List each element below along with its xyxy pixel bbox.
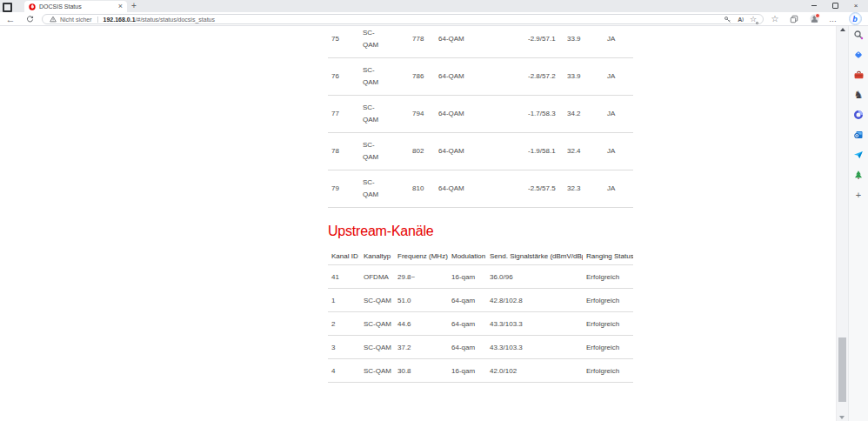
cell-text: 37.2 (397, 344, 411, 351)
cell-text: 33.9 (567, 72, 581, 80)
address-bar[interactable]: Nicht sicher 192.168.0.1 /#/status/statu… (42, 14, 764, 24)
cell-text: 64-QAM (438, 35, 464, 43)
cell-text: 42.0/102 (490, 367, 517, 375)
cell-text: SC-QAM (364, 297, 391, 304)
table-row: 4SC-QAM30.816-qam42.0/102Erfolgreich (328, 359, 633, 383)
sidebar-toolbox-icon[interactable] (852, 69, 865, 81)
sidebar-outlook-icon[interactable] (852, 129, 865, 141)
table-cell: 64-QAM (435, 133, 524, 170)
new-tab-button[interactable]: + (131, 1, 137, 11)
table-cell: 786 (409, 58, 435, 96)
sidebar-add-icon[interactable]: + (852, 189, 865, 201)
table-cell: 16-qam (448, 359, 486, 383)
table-cell: 33.9 (564, 26, 604, 58)
table-cell: 64-QAM (435, 58, 524, 96)
chess-knight-glyph: ♞ (854, 90, 864, 100)
page-scrollbar[interactable] (836, 26, 848, 421)
cell-text: Erfolgreich (586, 344, 619, 351)
table-cell: JA (604, 96, 633, 133)
cell-text: 79 (331, 184, 339, 192)
cell-text: 33.9 (567, 35, 581, 43)
cell-text: 30.8 (397, 367, 411, 375)
minimize-icon (811, 5, 817, 6)
read-aloud-wave: ) (742, 17, 744, 22)
cell-text: JA (607, 147, 615, 155)
table-cell: 32.4 (564, 133, 604, 170)
cell-text: 36.0/96 (490, 273, 513, 281)
column-header: Kanaltyp (360, 247, 394, 265)
url-host[interactable]: 192.168.0.1 (103, 17, 136, 23)
sidebar-microsoft-365-icon[interactable] (852, 109, 865, 121)
sidebar-search-icon[interactable] (852, 29, 865, 41)
cell-text: 64-QAM (438, 110, 464, 117)
read-aloud-icon[interactable]: A) (738, 17, 744, 23)
table-cell: 64-qam (448, 289, 486, 312)
tab-actions-menu-icon[interactable] (3, 3, 12, 12)
cell-text: 42.8/102.8 (490, 297, 523, 304)
navigation-bar: ← Nicht sicher 192.168.0.1 /#/status/sta… (0, 12, 868, 26)
cell-text: 64-qam (451, 297, 475, 304)
tab-close-icon[interactable]: × (118, 3, 123, 10)
table-row: 75SC-QAM77864-QAM-2.9/57.133.9JA (328, 26, 633, 58)
url-path[interactable]: /#/status/status/docsis_status (136, 17, 215, 23)
table-cell: 36.0/96 (486, 265, 583, 289)
table-cell: 77 (328, 96, 359, 133)
table-cell: Erfolgreich (583, 265, 633, 289)
cell-text: -2.8/57.2 (528, 72, 556, 80)
sidebar-drop-icon[interactable] (852, 149, 865, 161)
favorites-toolbar-icon[interactable]: ☆ (769, 12, 781, 25)
table-cell: JA (604, 170, 633, 208)
cell-text: 3 (331, 344, 335, 351)
maximize-button[interactable] (825, 0, 845, 10)
column-header: Kanal ID (328, 247, 360, 265)
cell-text: 778 (412, 35, 424, 43)
settings-menu-icon[interactable]: … (826, 12, 840, 25)
table-row: 79SC-QAM81064-QAM-2.5/57.532.3JA (328, 170, 633, 208)
sidebar-shopping-tag-icon[interactable] (852, 49, 865, 61)
profile-avatar[interactable] (807, 12, 821, 25)
table-row: 2SC-QAM44.664-qam43.3/103.3Erfolgreich (328, 312, 633, 336)
password-key-icon[interactable] (724, 16, 731, 23)
table-cell: 34.2 (564, 96, 604, 133)
scroll-up-arrow-icon[interactable] (840, 28, 845, 31)
back-button[interactable]: ← (3, 12, 17, 25)
tab-title: DOCSIS Status (39, 3, 118, 10)
table-cell: 16-qam (448, 265, 486, 289)
table-cell: Erfolgreich (583, 336, 633, 359)
favorites-star-icon[interactable]: ☆ (750, 16, 757, 23)
reload-button[interactable] (23, 12, 37, 25)
table-cell: SC-QAM (359, 58, 409, 96)
tab-strip: DOCSIS Status × + × (0, 0, 868, 12)
cell-text: Erfolgreich (586, 297, 619, 304)
bing-copilot-button[interactable]: b (847, 12, 863, 25)
reload-icon (26, 15, 34, 23)
table-cell: 43.3/103.3 (486, 312, 583, 336)
close-window-button[interactable]: × (845, 0, 866, 10)
cell-text: -1.7/58.3 (528, 110, 556, 117)
table-cell: 64-QAM (435, 170, 524, 208)
maximize-icon (832, 3, 838, 9)
vodafone-favicon-icon (29, 3, 36, 10)
table-cell: SC-QAM (360, 359, 394, 383)
cell-text: OFDMA (364, 273, 389, 281)
table-header-row: Kanal IDKanaltypFrequenz (MHz)Modulation… (328, 247, 633, 265)
table-cell: 4 (328, 359, 360, 383)
table-row: 76SC-QAM78664-QAM-2.8/57.233.9JA (328, 58, 633, 96)
cell-text: 78 (331, 147, 339, 155)
table-row: 77SC-QAM79464-QAM-1.7/58.334.2JA (328, 96, 633, 133)
column-header: Frequenz (MHz) (394, 247, 448, 265)
table-cell: SC-QAM (359, 26, 409, 58)
scroll-down-arrow-icon[interactable] (839, 416, 845, 419)
edge-sidebar: ♞ (848, 26, 868, 421)
table-cell: 44.6 (394, 312, 448, 336)
collections-icon[interactable] (788, 12, 800, 25)
security-label[interactable]: Nicht sicher (60, 17, 92, 23)
sidebar-games-icon[interactable]: ♞ (852, 89, 865, 101)
cell-text: 786 (412, 72, 424, 80)
tab-docsis-status[interactable]: DOCSIS Status × (24, 1, 127, 12)
scrollbar-thumb[interactable] (838, 337, 846, 402)
cell-text: JA (607, 184, 615, 192)
sidebar-tree-icon[interactable] (852, 169, 865, 181)
minimize-button[interactable] (804, 0, 825, 10)
table-cell: 64-qam (448, 312, 486, 336)
